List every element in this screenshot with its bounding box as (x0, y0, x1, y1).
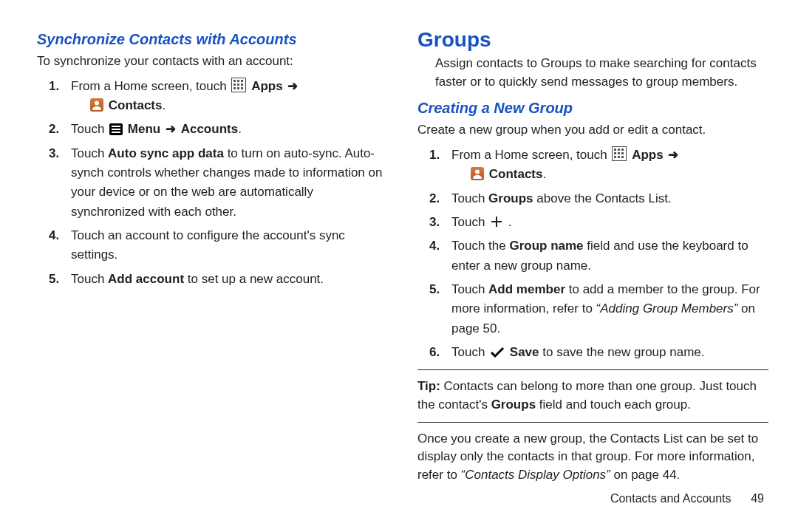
tip-label: Tip: (417, 379, 440, 393)
text-ref: “Adding Group Members” (596, 301, 738, 316)
create-step-6: Touch Save to save the new group name. (438, 343, 768, 362)
page-footer: Contacts and Accounts 49 (417, 492, 768, 505)
contacts-label: Contacts (109, 98, 163, 112)
svg-rect-20 (618, 156, 620, 158)
text-pagenum: 50 (483, 321, 497, 335)
manual-page: Synchronize Contacts with Accounts To sy… (0, 0, 798, 532)
text: Touch (451, 282, 488, 296)
svg-rect-4 (237, 83, 239, 86)
sync-steps: From a Home screen, touch Apps ➜ Contact… (37, 77, 388, 289)
text: above the Contacts List. (533, 191, 672, 205)
sync-step-4: Touch an account to configure the accoun… (58, 226, 388, 265)
svg-rect-18 (621, 152, 624, 154)
svg-rect-17 (618, 152, 620, 154)
arrow-icon: ➜ (666, 148, 680, 162)
apps-icon (231, 78, 246, 92)
contacts-icon (471, 167, 484, 180)
create-group-steps: From a Home screen, touch Apps ➜ Contact… (417, 146, 768, 362)
groups-heading: Groups (417, 28, 768, 52)
text-bold: Add account (108, 272, 184, 286)
svg-point-9 (95, 100, 99, 105)
svg-rect-13 (614, 149, 616, 151)
text-bold: Group name (509, 239, 583, 253)
arrow-icon: ➜ (164, 122, 177, 136)
svg-rect-5 (241, 83, 243, 86)
page-number: 49 (734, 492, 764, 505)
svg-rect-8 (241, 87, 243, 89)
create-step-5: Touch Add member to add a member to the … (438, 280, 768, 338)
groups-intro: Assign contacts to Groups to make search… (417, 55, 768, 91)
text: to set up a new account. (184, 272, 324, 286)
save-label: Save (510, 345, 539, 359)
text: to save the new group name. (539, 345, 705, 359)
svg-rect-15 (621, 149, 624, 151)
menu-icon (109, 123, 123, 135)
text-bold: Groups (488, 191, 533, 205)
text: Touch (71, 272, 108, 286)
text: Touch (71, 122, 108, 136)
text-bold: Groups (491, 398, 536, 412)
text: From a Home screen, touch (451, 148, 610, 162)
apps-label: Apps (632, 148, 664, 162)
text-pagenum: 44 (663, 468, 677, 482)
text: . (497, 321, 500, 335)
apps-label: Apps (251, 79, 283, 93)
text: . (542, 167, 546, 181)
svg-rect-0 (233, 80, 236, 82)
sync-heading: Synchronize Contacts with Accounts (37, 31, 388, 48)
text: . (508, 215, 512, 229)
text: . (162, 98, 166, 112)
svg-rect-7 (237, 87, 239, 89)
svg-rect-3 (233, 83, 236, 86)
sync-intro: To synchronize your contacts with an acc… (37, 52, 388, 71)
svg-rect-2 (241, 80, 243, 82)
sync-step-5: Touch Add account to set up a new accoun… (58, 270, 388, 289)
create-step-2: Touch Groups above the Contacts List. (438, 189, 768, 208)
create-step-3: Touch . (438, 213, 768, 232)
svg-point-22 (475, 170, 480, 174)
divider (417, 369, 768, 370)
svg-rect-14 (618, 149, 620, 151)
arrow-icon: ➜ (286, 79, 299, 93)
sync-step-1: From a Home screen, touch Apps ➜ Contact… (58, 77, 388, 116)
right-column: Groups Assign contacts to Groups to make… (417, 22, 768, 525)
text: . (238, 122, 242, 136)
svg-rect-1 (237, 80, 239, 82)
text: Touch (451, 215, 488, 229)
plus-icon (490, 215, 503, 228)
text: From a Home screen, touch (71, 79, 230, 93)
sync-step-3: Touch Auto sync app data to turn on auto… (58, 144, 388, 222)
svg-rect-16 (614, 152, 616, 154)
svg-rect-21 (621, 156, 624, 158)
tip-paragraph: Tip: Contacts can belong to more than on… (417, 378, 768, 414)
left-column: Synchronize Contacts with Accounts To sy… (37, 22, 388, 525)
chapter-title: Contacts and Accounts (610, 492, 732, 505)
text-ref: “Contacts Display Options” (461, 468, 610, 482)
create-step-1: From a Home screen, touch Apps ➜ Contact… (438, 146, 768, 185)
text: . (677, 468, 681, 482)
text-bold: Auto sync app data (108, 146, 224, 160)
text: Touch (71, 146, 108, 160)
divider (417, 422, 768, 423)
contacts-label: Contacts (489, 167, 543, 181)
check-icon (490, 347, 505, 358)
contacts-icon (90, 98, 103, 112)
create-group-heading: Creating a New Group (417, 100, 768, 117)
menu-label: Menu (128, 122, 160, 136)
outro-paragraph: Once you create a new group, the Contact… (417, 430, 768, 485)
svg-rect-19 (614, 156, 616, 158)
text: Touch (451, 191, 488, 205)
text: Touch the (451, 239, 509, 253)
apps-icon (612, 146, 627, 161)
text-bold: Add member (488, 282, 565, 296)
sync-step-2: Touch Menu ➜ Accounts. (58, 120, 388, 139)
text: on page (610, 468, 663, 482)
text: Touch (451, 345, 488, 359)
svg-rect-6 (233, 87, 236, 89)
text: field and touch each group. (536, 398, 691, 412)
create-group-intro: Create a new group when you add or edit … (417, 121, 768, 140)
create-step-4: Touch the Group name field and use the k… (438, 236, 768, 276)
accounts-label: Accounts (181, 122, 238, 136)
